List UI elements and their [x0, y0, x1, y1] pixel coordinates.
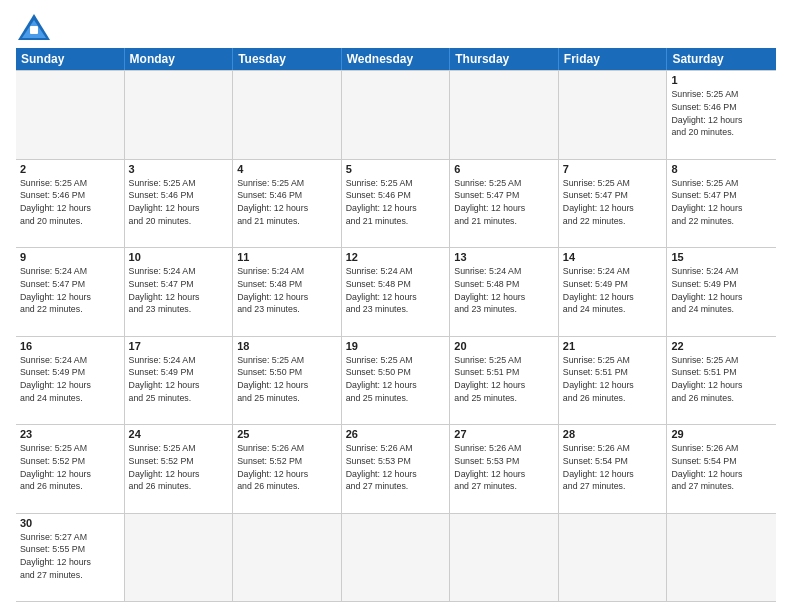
day-info: Sunrise: 5:25 AM Sunset: 5:51 PM Dayligh…: [671, 354, 772, 405]
calendar-cell: 1Sunrise: 5:25 AM Sunset: 5:46 PM Daylig…: [667, 70, 776, 160]
logo-icon: [16, 12, 52, 42]
day-number: 1: [671, 74, 772, 86]
day-number: 17: [129, 340, 229, 352]
day-info: Sunrise: 5:25 AM Sunset: 5:47 PM Dayligh…: [454, 177, 554, 228]
day-info: Sunrise: 5:25 AM Sunset: 5:51 PM Dayligh…: [454, 354, 554, 405]
weekday-header: Monday: [125, 48, 234, 70]
day-number: 29: [671, 428, 772, 440]
day-info: Sunrise: 5:25 AM Sunset: 5:46 PM Dayligh…: [671, 88, 772, 139]
calendar-cell: 10Sunrise: 5:24 AM Sunset: 5:47 PM Dayli…: [125, 248, 234, 337]
day-number: 21: [563, 340, 663, 352]
calendar-cell: 28Sunrise: 5:26 AM Sunset: 5:54 PM Dayli…: [559, 425, 668, 514]
calendar-cell: 27Sunrise: 5:26 AM Sunset: 5:53 PM Dayli…: [450, 425, 559, 514]
day-number: 8: [671, 163, 772, 175]
day-number: 26: [346, 428, 446, 440]
day-info: Sunrise: 5:25 AM Sunset: 5:50 PM Dayligh…: [237, 354, 337, 405]
calendar-cell: 7Sunrise: 5:25 AM Sunset: 5:47 PM Daylig…: [559, 160, 668, 249]
page: SundayMondayTuesdayWednesdayThursdayFrid…: [0, 0, 792, 612]
day-info: Sunrise: 5:24 AM Sunset: 5:49 PM Dayligh…: [563, 265, 663, 316]
day-number: 13: [454, 251, 554, 263]
day-number: 10: [129, 251, 229, 263]
calendar-cell: 20Sunrise: 5:25 AM Sunset: 5:51 PM Dayli…: [450, 337, 559, 426]
day-info: Sunrise: 5:24 AM Sunset: 5:49 PM Dayligh…: [129, 354, 229, 405]
calendar-cell: 16Sunrise: 5:24 AM Sunset: 5:49 PM Dayli…: [16, 337, 125, 426]
day-info: Sunrise: 5:24 AM Sunset: 5:48 PM Dayligh…: [346, 265, 446, 316]
day-number: 4: [237, 163, 337, 175]
day-info: Sunrise: 5:24 AM Sunset: 5:49 PM Dayligh…: [20, 354, 120, 405]
day-info: Sunrise: 5:24 AM Sunset: 5:48 PM Dayligh…: [454, 265, 554, 316]
day-info: Sunrise: 5:25 AM Sunset: 5:46 PM Dayligh…: [129, 177, 229, 228]
day-number: 18: [237, 340, 337, 352]
calendar-cell: [342, 514, 451, 603]
day-number: 5: [346, 163, 446, 175]
calendar-cell: [125, 70, 234, 160]
calendar-cell: [667, 514, 776, 603]
calendar-cell: 11Sunrise: 5:24 AM Sunset: 5:48 PM Dayli…: [233, 248, 342, 337]
calendar: SundayMondayTuesdayWednesdayThursdayFrid…: [16, 48, 776, 602]
calendar-cell: 17Sunrise: 5:24 AM Sunset: 5:49 PM Dayli…: [125, 337, 234, 426]
calendar-cell: [125, 514, 234, 603]
day-number: 9: [20, 251, 120, 263]
day-number: 6: [454, 163, 554, 175]
day-info: Sunrise: 5:25 AM Sunset: 5:46 PM Dayligh…: [237, 177, 337, 228]
weekday-header: Sunday: [16, 48, 125, 70]
calendar-cell: [559, 514, 668, 603]
calendar-header: SundayMondayTuesdayWednesdayThursdayFrid…: [16, 48, 776, 70]
day-info: Sunrise: 5:24 AM Sunset: 5:47 PM Dayligh…: [20, 265, 120, 316]
calendar-cell: [16, 70, 125, 160]
weekday-header: Wednesday: [342, 48, 451, 70]
day-info: Sunrise: 5:24 AM Sunset: 5:49 PM Dayligh…: [671, 265, 772, 316]
day-number: 7: [563, 163, 663, 175]
calendar-cell: 4Sunrise: 5:25 AM Sunset: 5:46 PM Daylig…: [233, 160, 342, 249]
day-number: 3: [129, 163, 229, 175]
day-info: Sunrise: 5:25 AM Sunset: 5:52 PM Dayligh…: [20, 442, 120, 493]
header: [16, 12, 776, 42]
calendar-cell: 29Sunrise: 5:26 AM Sunset: 5:54 PM Dayli…: [667, 425, 776, 514]
day-info: Sunrise: 5:25 AM Sunset: 5:51 PM Dayligh…: [563, 354, 663, 405]
day-number: 2: [20, 163, 120, 175]
day-info: Sunrise: 5:25 AM Sunset: 5:47 PM Dayligh…: [671, 177, 772, 228]
day-number: 22: [671, 340, 772, 352]
calendar-cell: [233, 70, 342, 160]
day-number: 28: [563, 428, 663, 440]
weekday-header: Tuesday: [233, 48, 342, 70]
calendar-cell: 18Sunrise: 5:25 AM Sunset: 5:50 PM Dayli…: [233, 337, 342, 426]
calendar-cell: 22Sunrise: 5:25 AM Sunset: 5:51 PM Dayli…: [667, 337, 776, 426]
calendar-cell: [233, 514, 342, 603]
day-info: Sunrise: 5:27 AM Sunset: 5:55 PM Dayligh…: [20, 531, 120, 582]
calendar-cell: 12Sunrise: 5:24 AM Sunset: 5:48 PM Dayli…: [342, 248, 451, 337]
calendar-cell: [450, 70, 559, 160]
day-info: Sunrise: 5:25 AM Sunset: 5:50 PM Dayligh…: [346, 354, 446, 405]
calendar-cell: [559, 70, 668, 160]
day-info: Sunrise: 5:25 AM Sunset: 5:47 PM Dayligh…: [563, 177, 663, 228]
calendar-cell: 13Sunrise: 5:24 AM Sunset: 5:48 PM Dayli…: [450, 248, 559, 337]
svg-rect-2: [30, 26, 38, 34]
day-info: Sunrise: 5:26 AM Sunset: 5:54 PM Dayligh…: [671, 442, 772, 493]
day-number: 19: [346, 340, 446, 352]
day-info: Sunrise: 5:25 AM Sunset: 5:46 PM Dayligh…: [346, 177, 446, 228]
calendar-cell: 8Sunrise: 5:25 AM Sunset: 5:47 PM Daylig…: [667, 160, 776, 249]
calendar-cell: 21Sunrise: 5:25 AM Sunset: 5:51 PM Dayli…: [559, 337, 668, 426]
day-info: Sunrise: 5:26 AM Sunset: 5:53 PM Dayligh…: [454, 442, 554, 493]
day-info: Sunrise: 5:26 AM Sunset: 5:54 PM Dayligh…: [563, 442, 663, 493]
day-number: 11: [237, 251, 337, 263]
day-number: 12: [346, 251, 446, 263]
day-number: 25: [237, 428, 337, 440]
calendar-cell: 30Sunrise: 5:27 AM Sunset: 5:55 PM Dayli…: [16, 514, 125, 603]
weekday-header: Saturday: [667, 48, 776, 70]
calendar-cell: 5Sunrise: 5:25 AM Sunset: 5:46 PM Daylig…: [342, 160, 451, 249]
day-number: 30: [20, 517, 120, 529]
day-info: Sunrise: 5:25 AM Sunset: 5:46 PM Dayligh…: [20, 177, 120, 228]
calendar-cell: 9Sunrise: 5:24 AM Sunset: 5:47 PM Daylig…: [16, 248, 125, 337]
day-info: Sunrise: 5:25 AM Sunset: 5:52 PM Dayligh…: [129, 442, 229, 493]
day-number: 23: [20, 428, 120, 440]
day-number: 24: [129, 428, 229, 440]
day-number: 15: [671, 251, 772, 263]
calendar-cell: 23Sunrise: 5:25 AM Sunset: 5:52 PM Dayli…: [16, 425, 125, 514]
calendar-cell: 2Sunrise: 5:25 AM Sunset: 5:46 PM Daylig…: [16, 160, 125, 249]
day-info: Sunrise: 5:26 AM Sunset: 5:53 PM Dayligh…: [346, 442, 446, 493]
logo: [16, 12, 56, 42]
day-info: Sunrise: 5:26 AM Sunset: 5:52 PM Dayligh…: [237, 442, 337, 493]
day-number: 16: [20, 340, 120, 352]
calendar-cell: [342, 70, 451, 160]
